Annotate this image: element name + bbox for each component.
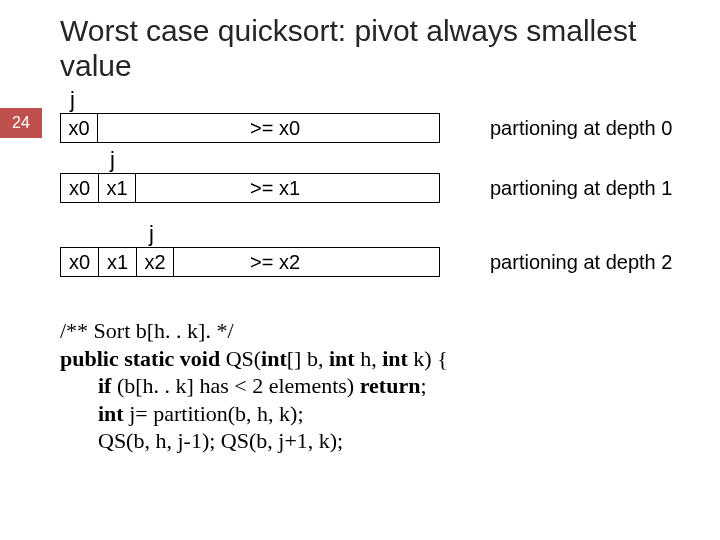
pivot-cell: x0 (60, 113, 98, 143)
depth-annotation: partioning at depth 1 (490, 173, 672, 203)
slide: 24 Worst case quicksort: pivot always sm… (0, 0, 720, 540)
depth-annotation: partioning at depth 2 (490, 247, 672, 277)
kw: int (98, 401, 129, 426)
txt: j= partition(b, h, k); (129, 401, 303, 426)
ge-label: >= x0 (250, 113, 300, 143)
slide-title: Worst case quicksort: pivot always small… (60, 14, 698, 83)
code-block: /** Sort b[h. . k]. */ public static voi… (60, 317, 698, 455)
partition-row: jx0x1>= x1partioning at depth 1 (60, 149, 698, 205)
txt: (b[h. . k] has < 2 elements) (117, 373, 360, 398)
j-marker: j (70, 87, 75, 113)
code-line: /** Sort b[h. . k]. */ (60, 317, 698, 345)
j-marker: j (110, 147, 115, 173)
slide-number: 24 (12, 114, 30, 132)
kw: if (98, 373, 117, 398)
partition-row: jx0x1x2>= x2partioning at depth 2 (60, 223, 698, 279)
pivot-cells: x0x1x2 (60, 247, 174, 277)
pivot-cell: x0 (60, 247, 98, 277)
pivot-cell: x1 (98, 173, 136, 203)
slide-number-badge: 24 (0, 108, 42, 138)
txt: k) { (413, 346, 447, 371)
j-marker: j (149, 221, 154, 247)
partition-row: jx0>= x0partioning at depth 0 (60, 89, 698, 145)
kw: int (329, 346, 360, 371)
pivot-cells: x0 (60, 113, 98, 143)
ge-label: >= x1 (250, 173, 300, 203)
code-line: QS(b, h, j-1); QS(b, j+1, k); (60, 427, 698, 455)
txt: QS( (226, 346, 261, 371)
pivot-cell: x2 (136, 247, 174, 277)
txt: [] b, (287, 346, 329, 371)
kw: int (382, 346, 413, 371)
pivot-cell: x0 (60, 173, 98, 203)
pivot-cells: x0x1 (60, 173, 136, 203)
pivot-cell: x1 (98, 247, 136, 277)
code-line: int j= partition(b, h, k); (60, 400, 698, 428)
code-line: public static void QS(int[] b, int h, in… (60, 345, 698, 373)
kw: public static void (60, 346, 226, 371)
txt: ; (420, 373, 426, 398)
txt: h, (360, 346, 382, 371)
ge-label: >= x2 (250, 247, 300, 277)
partition-rows: jx0>= x0partioning at depth 0jx0x1>= x1p… (60, 89, 698, 279)
code-line: if (b[h. . k] has < 2 elements) return; (60, 372, 698, 400)
kw: return (360, 373, 421, 398)
kw: int (261, 346, 287, 371)
depth-annotation: partioning at depth 0 (490, 113, 672, 143)
